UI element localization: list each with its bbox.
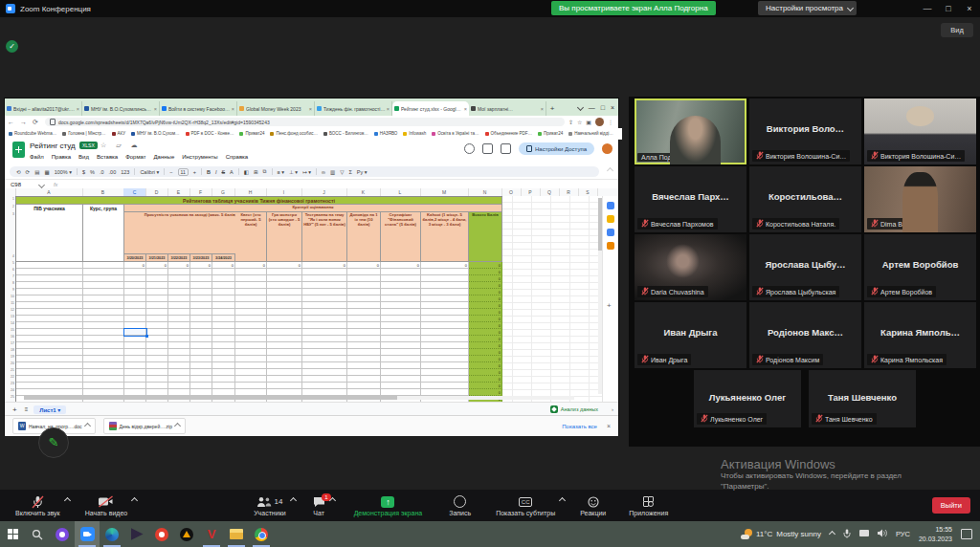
data-cell[interactable] <box>381 362 421 369</box>
data-cell[interactable] <box>146 369 168 376</box>
avg-icon[interactable] <box>174 521 199 547</box>
data-cell[interactable] <box>302 302 347 309</box>
maximize-button[interactable]: □ <box>938 0 959 17</box>
data-cell[interactable] <box>302 369 347 376</box>
data-cell[interactable] <box>83 295 124 302</box>
browser-tab[interactable]: Рейтинг студ.xlsx - Google Табл…× <box>392 101 469 116</box>
data-cell[interactable] <box>421 275 469 282</box>
data-cell[interactable] <box>168 275 190 282</box>
row-number[interactable]: 8 <box>12 281 14 285</box>
data-cell[interactable] <box>146 289 168 295</box>
account-avatar[interactable] <box>602 143 612 154</box>
data-cell[interactable] <box>146 389 168 396</box>
weather-widget[interactable]: 11°C Mostly sunny <box>741 529 821 540</box>
keep-icon[interactable] <box>607 215 614 223</box>
download-options-icon[interactable] <box>174 423 181 429</box>
data-cell[interactable] <box>16 342 83 349</box>
data-cell[interactable] <box>146 362 168 369</box>
data-cell[interactable] <box>16 369 83 376</box>
data-cell[interactable] <box>168 295 190 302</box>
participant-tile[interactable]: Ярослава Цыбу…Ярослава Цыбульская <box>749 234 861 300</box>
borders-icon[interactable]: ⊞ <box>254 169 258 175</box>
data-cell[interactable] <box>235 289 267 295</box>
bookmark-item[interactable]: Roundcube Webma… <box>9 131 56 136</box>
data-cell[interactable] <box>421 362 469 369</box>
data-cell[interactable] <box>347 275 381 282</box>
download-options-icon[interactable] <box>84 423 91 429</box>
total-cell[interactable]: 0 <box>469 336 502 342</box>
bookmark-item[interactable]: PDF в DOC - Конве… <box>186 131 234 136</box>
valign-icon[interactable]: ⊥ ▾ <box>289 169 298 175</box>
data-cell[interactable] <box>16 262 83 269</box>
data-cell[interactable] <box>124 275 146 282</box>
sheet-tab[interactable]: Лист1 ▾ <box>33 405 66 414</box>
column-header-O[interactable]: O <box>501 188 522 196</box>
data-cell[interactable] <box>212 302 235 309</box>
score-header-cell[interactable]: Kahoot (1 місце- 5 балів,2 місце - 4 бал… <box>421 212 469 262</box>
data-cell[interactable] <box>267 316 302 322</box>
total-cell[interactable]: 0 <box>469 295 502 302</box>
data-cell[interactable] <box>190 289 212 295</box>
data-cell[interactable] <box>212 342 235 349</box>
download-item[interactable]: День відкр.дверей….zip <box>103 418 186 434</box>
bookmark-star-icon[interactable]: ☆ <box>577 119 582 125</box>
data-cell[interactable] <box>235 342 267 349</box>
share-settings-button[interactable]: Настройки Доступа <box>519 142 594 155</box>
data-cell[interactable] <box>267 362 302 369</box>
tab-close-icon[interactable]: × <box>77 106 79 112</box>
media-app-icon[interactable] <box>124 521 149 547</box>
forward-icon[interactable]: → <box>20 119 27 125</box>
column-header-N[interactable]: N <box>468 188 502 196</box>
align-icon[interactable]: ≡ ▾ <box>278 169 285 175</box>
data-cell[interactable] <box>212 376 235 383</box>
data-cell[interactable] <box>83 336 124 342</box>
total-cell[interactable]: 0 <box>469 369 502 376</box>
data-cell[interactable] <box>421 369 469 376</box>
data-cell[interactable] <box>124 269 146 275</box>
column-header-Q[interactable]: Q <box>540 188 560 196</box>
date-cell[interactable]: 3/24/2023 <box>212 254 235 262</box>
data-cell[interactable] <box>302 316 347 322</box>
data-cell[interactable] <box>421 356 469 362</box>
column-header-S[interactable]: S <box>578 188 598 196</box>
data-cell[interactable] <box>168 342 190 349</box>
data-cell[interactable] <box>302 309 347 316</box>
participants-options-icon[interactable] <box>290 497 297 504</box>
column-header-E[interactable]: E <box>167 188 190 196</box>
row-number[interactable]: 18 <box>11 348 14 352</box>
bookmark-item[interactable]: БОСС - Билингов… <box>323 131 368 136</box>
decimal-decrease-icon[interactable]: .0 <box>100 169 104 175</box>
data-cell[interactable] <box>146 295 168 302</box>
security-shield-icon[interactable]: ✓ <box>6 40 18 53</box>
column-header-C[interactable]: C <box>123 188 146 196</box>
font-select[interactable]: Calibri ▾ <box>140 169 159 175</box>
row-number[interactable]: 22 <box>11 375 14 379</box>
chat-options-icon[interactable] <box>329 497 336 504</box>
tab-close-icon[interactable]: × <box>154 106 157 112</box>
data-cell[interactable] <box>146 322 168 329</box>
data-cell[interactable] <box>267 269 302 275</box>
data-cell[interactable] <box>347 362 381 369</box>
browser-minimize[interactable]: — <box>589 104 595 111</box>
vertical-scrollbar[interactable] <box>598 198 602 394</box>
data-cell[interactable] <box>212 316 235 322</box>
data-cell[interactable] <box>267 275 302 282</box>
participant-tile[interactable]: Артем ВоробйовАртем Воробйов <box>864 234 976 300</box>
data-cell[interactable] <box>212 336 235 342</box>
data-cell[interactable] <box>381 356 421 362</box>
row-number[interactable]: 5 <box>12 261 14 265</box>
tab-close-icon[interactable]: × <box>541 106 544 112</box>
data-cell[interactable] <box>347 389 381 396</box>
data-cell[interactable] <box>212 369 235 376</box>
data-cell[interactable]: 0 <box>190 262 212 269</box>
data-cell[interactable] <box>235 383 267 389</box>
data-cell[interactable] <box>267 356 302 362</box>
data-cell[interactable] <box>146 309 168 316</box>
total-cell[interactable]: 0 <box>469 389 502 396</box>
data-cell[interactable] <box>235 349 267 356</box>
data-cell[interactable] <box>146 349 168 356</box>
data-cell[interactable]: 0 <box>267 262 302 269</box>
percent-icon[interactable]: % <box>90 169 95 175</box>
group-header-cell[interactable]: Курс, група <box>83 205 124 262</box>
mic-options-icon[interactable] <box>64 497 71 504</box>
